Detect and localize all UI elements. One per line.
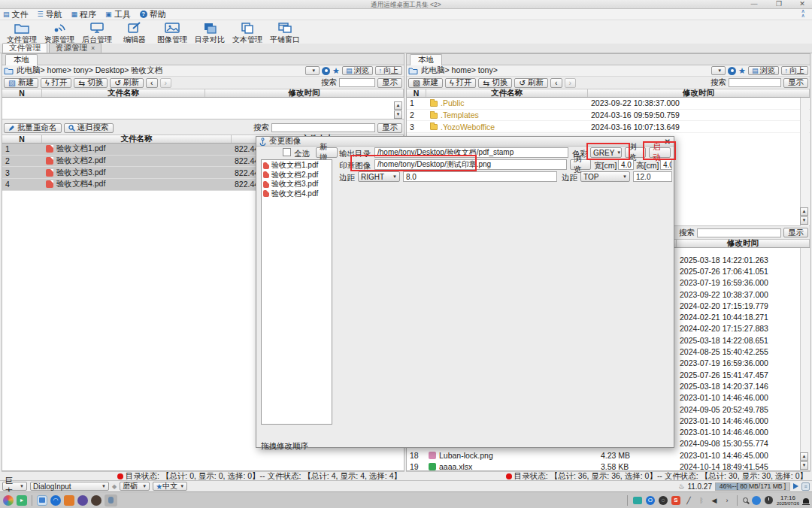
- menu-help[interactable]: ?帮助: [140, 9, 166, 20]
- toolbar-file-management[interactable]: 文件管理: [5, 22, 39, 45]
- menu-program[interactable]: ▦程序: [71, 9, 97, 20]
- toolbar-editor[interactable]: 编辑器: [117, 22, 152, 45]
- browse-stamp-button[interactable]: 浏览: [570, 159, 591, 170]
- close-button[interactable]: ✕: [794, 0, 810, 8]
- color-select[interactable]: GREY▼: [590, 147, 622, 158]
- table-row[interactable]: 2 .Templates 2024-03-16 09:59:50.759: [407, 110, 810, 122]
- back-button[interactable]: ‹: [146, 78, 158, 88]
- list-item[interactable]: 验收文档3.pdf: [262, 180, 332, 189]
- tab-file-management[interactable]: 文件管理: [2, 43, 47, 53]
- open-button[interactable]: ϟ打开: [445, 78, 477, 88]
- toolbar-directory-compare[interactable]: 目录对比: [192, 22, 227, 45]
- scroll-up-icon[interactable]: ▲: [394, 101, 402, 110]
- back-button[interactable]: ‹: [550, 78, 562, 88]
- volume-icon[interactable]: ◀: [710, 496, 719, 505]
- input-method-icon[interactable]: S: [671, 496, 680, 505]
- toolbar-backend-management[interactable]: 后台管理: [80, 22, 114, 45]
- menu-file[interactable]: ▤文件: [3, 9, 29, 20]
- run-gc-icon[interactable]: [793, 483, 798, 489]
- left-dir-list[interactable]: [2, 98, 404, 119]
- close-tab-icon[interactable]: ×: [91, 44, 95, 52]
- breadcrumb[interactable]: 此电脑> home> tony>: [421, 65, 708, 76]
- bluetooth-icon[interactable]: ᛒ: [697, 496, 706, 505]
- table-row[interactable]: 18 Luban-lock.png 4.23 MB 2023-01-10 14:…: [407, 449, 810, 461]
- select-all-checkbox[interactable]: [283, 148, 291, 156]
- show-button[interactable]: 显示: [783, 78, 808, 88]
- scrollbar[interactable]: [800, 248, 809, 470]
- scroll-down-icon[interactable]: ▼: [800, 461, 808, 470]
- dialog-file-list[interactable]: 验收文档1.pdf 验收文档2.pdf 验收文档3.pdf 验收文档4.pdf: [261, 159, 332, 425]
- recursive-search-button[interactable]: 递归搜索: [64, 123, 114, 133]
- favorite-star-icon[interactable]: ★: [738, 66, 746, 76]
- active-app-icon[interactable]: [105, 494, 117, 506]
- minimize-button[interactable]: —: [746, 0, 762, 8]
- show-button[interactable]: 显示: [783, 228, 808, 237]
- breadcrumb[interactable]: 此电脑> home> tony> Desktop> 验收文档: [17, 65, 302, 76]
- up-button[interactable]: ↑向上: [375, 66, 403, 75]
- show-button[interactable]: 显示: [377, 123, 402, 133]
- trash-icon[interactable]: ≡: [801, 482, 810, 491]
- scroll-down-icon[interactable]: ▼: [800, 216, 808, 225]
- file-search-input[interactable]: [271, 123, 375, 132]
- network-globe-icon[interactable]: [752, 496, 761, 505]
- refresh-button[interactable]: ↺刷新: [110, 78, 144, 88]
- browse-output-button[interactable]: 浏览: [625, 147, 646, 158]
- new-button[interactable]: ▧新建: [4, 78, 38, 88]
- switch-button[interactable]: ⇆切换: [74, 78, 108, 88]
- forward-button[interactable]: ›: [565, 78, 577, 88]
- toolbar-text-management[interactable]: 文本管理: [230, 22, 265, 45]
- favorite-star-icon[interactable]: ★: [332, 66, 340, 76]
- add-button[interactable]: 新增: [316, 147, 338, 158]
- office-app-icon[interactable]: [64, 495, 74, 506]
- menu-tools[interactable]: ▣工具: [105, 9, 131, 20]
- refresh-button[interactable]: ↺刷新: [514, 78, 548, 88]
- start-button[interactable]: 启动: [649, 147, 671, 158]
- list-item[interactable]: 验收文档1.pdf: [262, 161, 332, 171]
- path-dropdown-button[interactable]: ▼: [711, 66, 726, 75]
- browse-button[interactable]: ▤浏览: [748, 66, 779, 75]
- width-input[interactable]: 4.0: [618, 159, 634, 170]
- tab-local-left[interactable]: 本地: [5, 54, 38, 65]
- history-icon[interactable]: [322, 67, 330, 75]
- app-launcher-icon[interactable]: [3, 495, 14, 506]
- up-button[interactable]: ↑向上: [781, 66, 809, 75]
- scroll-up-icon[interactable]: ▲: [800, 207, 808, 216]
- toolbar-resource-management[interactable]: 资源管理: [42, 22, 77, 45]
- toolbar-image-management[interactable]: 图像管理: [155, 22, 189, 45]
- show-button[interactable]: 显示: [377, 78, 402, 88]
- browser-icon[interactable]: ◠: [50, 495, 61, 506]
- network-speed-icon[interactable]: ◌: [659, 496, 668, 505]
- tray-expand-icon[interactable]: ›: [723, 496, 732, 505]
- switch-button[interactable]: ⇆切换: [478, 78, 512, 88]
- collapse-toolbar-button[interactable]: ∧∧: [798, 9, 807, 20]
- forward-button[interactable]: ›: [160, 78, 172, 88]
- table-row[interactable]: 3 .YozoWeboffice 2024-03-16 10:07:13.649: [407, 121, 810, 133]
- files-app-icon[interactable]: [37, 495, 47, 506]
- new-button[interactable]: ▧新建: [408, 78, 443, 88]
- tab-resource-management[interactable]: 资源管理×: [49, 43, 102, 53]
- power-icon[interactable]: [765, 496, 773, 504]
- optimizer-icon[interactable]: O: [646, 496, 655, 505]
- margin1-input[interactable]: 8.0: [403, 171, 557, 182]
- pencil-icon[interactable]: ╱: [684, 496, 693, 505]
- batch-rename-button[interactable]: 批量重命名: [4, 123, 62, 133]
- margin2-input[interactable]: 12.0: [633, 171, 672, 182]
- scroll-down-icon[interactable]: ▼: [394, 110, 402, 119]
- browse-button[interactable]: ▤浏览: [342, 66, 373, 75]
- maximize-button[interactable]: ❐: [771, 0, 787, 8]
- remote-desktop-icon[interactable]: [633, 497, 642, 504]
- history-icon[interactable]: [728, 67, 736, 75]
- font-size-select[interactable]: 巨大▼: [2, 482, 27, 491]
- table-row[interactable]: 19 aaaa.xlsx 3.58 KB 2024-10-14 18:49:41…: [407, 461, 810, 470]
- font-family-select[interactable]: DialogInput▼: [30, 482, 109, 491]
- scroll-up-icon[interactable]: ▲: [800, 452, 808, 461]
- list-item[interactable]: 验收文档2.pdf: [262, 171, 332, 180]
- terminal-icon[interactable]: ▸: [17, 495, 27, 506]
- badge-app-icon[interactable]: [77, 495, 88, 506]
- margin1-side-select[interactable]: RIGHT▼: [358, 171, 400, 182]
- search-input[interactable]: [339, 78, 375, 87]
- toolbar-tile-windows[interactable]: 平铺窗口: [268, 22, 302, 45]
- theme-select[interactable]: 磨砺▼: [120, 482, 150, 491]
- margin2-side-select[interactable]: TOP▼: [580, 171, 630, 182]
- table-row[interactable]: 1 .Public 2023-09-22 10:38:37.000: [407, 98, 810, 110]
